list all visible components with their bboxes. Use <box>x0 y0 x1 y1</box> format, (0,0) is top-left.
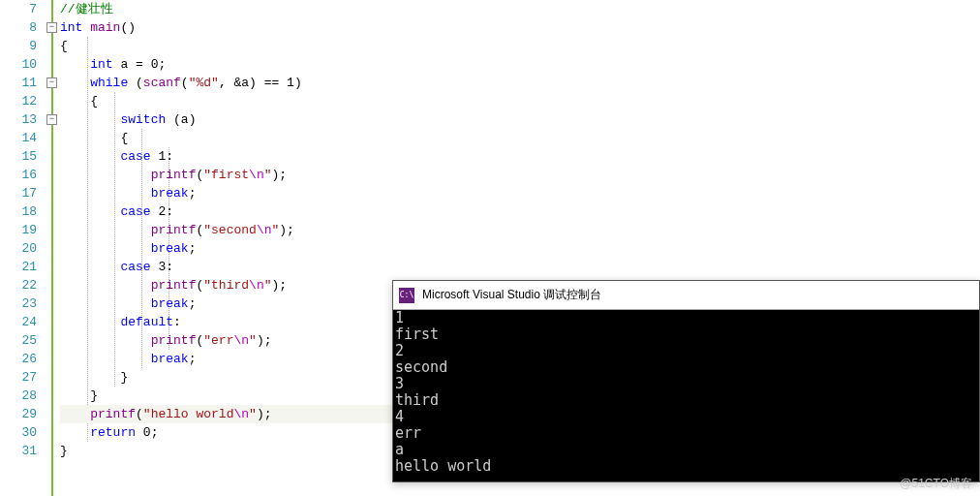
line-number: 19 <box>0 221 37 239</box>
fold-toggle[interactable]: − <box>46 114 57 125</box>
line-number: 18 <box>0 202 37 221</box>
line-number: 23 <box>0 294 37 313</box>
line-number: 12 <box>0 92 37 110</box>
code-line[interactable]: { <box>60 92 980 110</box>
code-line[interactable]: //健壮性 <box>60 0 980 18</box>
code-line[interactable]: { <box>60 129 980 147</box>
line-number: 11 <box>0 74 37 92</box>
line-number: 7 <box>0 0 37 18</box>
code-line[interactable]: int main() <box>60 18 980 37</box>
line-number: 14 <box>0 129 37 147</box>
fold-toggle[interactable]: − <box>46 78 57 88</box>
line-number: 9 <box>0 37 37 55</box>
code-line[interactable]: int a = 0; <box>60 55 980 74</box>
fold-toggle[interactable]: − <box>46 22 57 33</box>
line-number: 21 <box>0 258 37 276</box>
code-line[interactable]: while (scanf("%d", &a) == 1) <box>60 74 980 92</box>
line-number: 8 <box>0 18 37 37</box>
watermark: @51CTO博客 <box>900 476 972 492</box>
line-number: 20 <box>0 239 37 258</box>
console-titlebar[interactable]: C:\ Microsoft Visual Studio 调试控制台 <box>393 281 979 310</box>
debug-console-window[interactable]: C:\ Microsoft Visual Studio 调试控制台 1 firs… <box>392 280 980 482</box>
vs-icon: C:\ <box>399 288 414 303</box>
line-number: 29 <box>0 405 37 423</box>
line-number: 16 <box>0 166 37 184</box>
code-line[interactable]: printf("first\n"); <box>60 166 980 184</box>
code-line[interactable]: switch (a) <box>60 110 980 129</box>
fold-column: −−− <box>43 0 60 496</box>
line-number: 15 <box>0 147 37 166</box>
code-line[interactable]: break; <box>60 184 980 202</box>
code-line[interactable]: break; <box>60 239 980 258</box>
line-number: 22 <box>0 276 37 294</box>
line-number: 30 <box>0 423 37 442</box>
code-line[interactable]: case 2: <box>60 202 980 221</box>
line-number: 17 <box>0 184 37 202</box>
line-number-gutter: 7891011121314151617181920212223242526272… <box>0 0 43 496</box>
line-number: 28 <box>0 387 37 405</box>
console-output[interactable]: 1 first 2 second 3 third 4 err a hello w… <box>393 310 979 481</box>
line-number: 10 <box>0 55 37 74</box>
code-line[interactable]: case 3: <box>60 258 980 276</box>
code-line[interactable]: { <box>60 37 980 55</box>
line-number: 27 <box>0 368 37 387</box>
code-line[interactable]: case 1: <box>60 147 980 166</box>
line-number: 13 <box>0 110 37 129</box>
line-number: 24 <box>0 313 37 331</box>
code-line[interactable]: printf("second\n"); <box>60 221 980 239</box>
console-title-text: Microsoft Visual Studio 调试控制台 <box>422 287 601 303</box>
line-number: 25 <box>0 331 37 350</box>
line-number: 31 <box>0 442 37 460</box>
change-bar <box>51 0 53 496</box>
line-number: 26 <box>0 350 37 368</box>
